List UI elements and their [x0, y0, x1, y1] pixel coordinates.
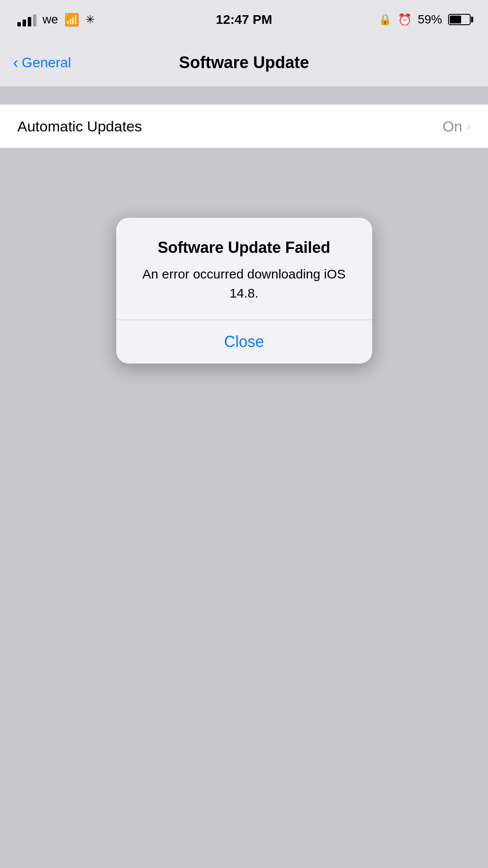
status-bar: we 📶 ✳ 12:47 PM 🔒 ⏰ 59% [0, 0, 488, 39]
status-bar-time: 12:47 PM [216, 12, 272, 27]
signal-bars-icon [17, 13, 36, 26]
automatic-updates-value-group: On › [442, 118, 471, 135]
battery-icon [448, 14, 471, 25]
alert-message: An error occurred downloading iOS 14.8. [132, 265, 357, 302]
automatic-updates-value: On [442, 118, 462, 135]
battery-percentage: 59% [418, 13, 442, 26]
alert-title: Software Update Failed [132, 239, 357, 257]
content-area: Software Update Failed An error occurred… [0, 148, 488, 868]
automatic-updates-label: Automatic Updates [17, 118, 142, 135]
status-bar-right: 🔒 ⏰ 59% [379, 13, 471, 26]
alert-content: Software Update Failed An error occurred… [116, 218, 372, 320]
automatic-updates-row[interactable]: Automatic Updates On › [0, 105, 488, 148]
wifi-icon: 📶 [64, 13, 79, 27]
nav-separator [0, 87, 488, 104]
back-chevron-icon: ‹ [13, 55, 18, 71]
alert-dialog: Software Update Failed An error occurred… [116, 218, 372, 364]
back-button-label: General [22, 55, 71, 71]
back-button[interactable]: ‹ General [13, 55, 71, 71]
chevron-right-icon: › [467, 119, 471, 133]
settings-section: Automatic Updates On › [0, 104, 488, 148]
alert-close-button[interactable]: Close [116, 320, 372, 364]
carrier-label: we [43, 13, 58, 26]
alert-overlay: Software Update Failed An error occurred… [0, 148, 488, 868]
lock-icon: 🔒 [379, 13, 392, 26]
battery-fill [450, 16, 461, 23]
loading-spinner-icon: ✳ [85, 13, 95, 26]
signal-bar-2 [23, 20, 26, 26]
signal-bar-4 [33, 14, 36, 26]
alarm-icon: ⏰ [398, 13, 412, 26]
alert-close-label: Close [224, 333, 264, 351]
status-bar-left: we 📶 ✳ [17, 13, 95, 27]
navigation-bar: ‹ General Software Update [0, 39, 488, 87]
signal-bar-1 [17, 22, 21, 26]
page-title: Software Update [179, 53, 309, 72]
signal-bar-3 [28, 17, 31, 26]
